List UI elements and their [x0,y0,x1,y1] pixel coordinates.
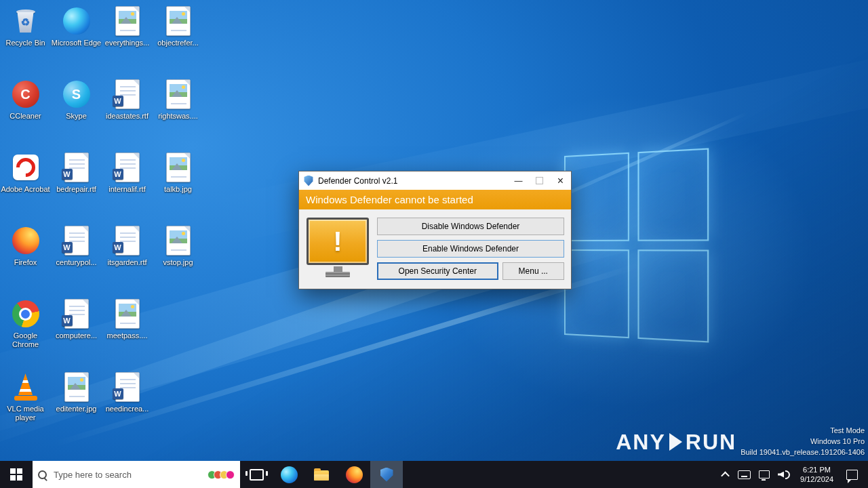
open-security-center-button[interactable]: Open Security Center [377,262,498,280]
desktop-icon-file-rightswas[interactable]: rightswas.... [153,79,203,121]
file-rightswas-icon [163,79,193,110]
taskbar-file-explorer[interactable] [305,461,338,488]
file-centurypol-icon: W [62,225,92,256]
touch-keyboard-icon [738,470,751,479]
desktop-icon-file-ideastates[interactable]: Wideastates.rtf [102,79,153,121]
windows-edition-label: Windows 10 Pro [810,436,865,447]
minimize-button[interactable]: — [508,171,529,190]
desktop-icon-file-internalif[interactable]: Winternalif.rtf [102,152,153,194]
adobe-acrobat-icon [11,152,41,183]
taskbar-firefox[interactable] [338,461,370,488]
warning-banner: Windows Defender cannot be started [299,190,571,209]
taskbar-microsoft-edge[interactable] [273,461,305,488]
desktop-icon-file-editenter[interactable]: editenter.jpg [51,371,102,413]
taskbar-search[interactable] [33,461,240,488]
play-icon [669,433,682,451]
desktop-icon-label: itsgarden.rtf [107,258,146,267]
desktop-icon-recycle-bin[interactable]: ♻Recycle Bin [0,5,51,47]
desktop-icon-label: talkb.jpg [164,185,192,194]
menu-button[interactable]: Menu ... [502,262,564,280]
interest-dot [226,470,235,479]
desktop-icon-label: VLC media player [1,405,51,422]
desktop-icon-adobe-acrobat[interactable]: Adobe Acrobat [0,152,51,194]
desktop-icon-file-bedrepair[interactable]: Wbedrepair.rtf [51,152,102,194]
desktop-icon-label: objectrefer... [157,39,199,47]
desktop-icon-file-vstop[interactable]: vstop.jpg [153,225,203,267]
maximize-icon [536,177,543,184]
desktop-icon-file-everythings[interactable]: everythings... [102,5,153,47]
notification-icon [846,470,858,480]
dialog-body: ! Disable Windows Defender Enable Window… [299,209,571,289]
defender-control-window: Defender Control v2.1 — × Windows Defend… [298,171,572,289]
system-info-lines: Test Mode Windows 10 Pro Build 19041.vb_… [741,426,865,458]
build-label: Build 19041.vb_release.191206-1406 [741,447,865,458]
file-objectrefer-icon [163,5,193,37]
warning-monitor-icon: ! [307,218,369,280]
desktop-icon-label: ideastates.rtf [106,112,149,121]
dialog-buttons: Disable Windows Defender Enable Windows … [377,218,564,280]
system-tray: 6:21 PM 9/12/2024 [716,461,868,488]
defender-control-app-icon [304,176,313,186]
microsoft-edge-icon [62,5,92,37]
google-chrome-icon [11,298,41,329]
news-and-interests-icon[interactable] [210,470,235,479]
tray-chevron-up[interactable] [716,461,734,488]
desktop-icon-file-objectrefer[interactable]: objectrefer... [153,5,203,47]
desktop-icon-file-needincrea[interactable]: Wneedincrea... [102,371,153,413]
desktop-icon-file-centurypol[interactable]: Wcenturypol... [51,225,102,267]
desktop-icon-label: Firefox [14,258,37,267]
desktop-icon-ccleaner[interactable]: CCCleaner [0,79,51,121]
search-input[interactable] [52,469,205,481]
desktop-icon-google-chrome[interactable]: Google Chrome [0,298,51,349]
recycle-bin-icon: ♻ [11,5,41,37]
maximize-button[interactable] [529,171,550,190]
enable-defender-button[interactable]: Enable Windows Defender [377,240,564,258]
desktop-icon-file-itsgarden[interactable]: Witsgarden.rtf [102,225,153,267]
anyrun-logo: ANY RUN [616,430,736,455]
defender-control-icon [380,468,393,482]
file-meetpass-icon [113,298,142,329]
file-computere-icon: W [62,298,92,329]
taskbar-defender-control[interactable] [370,461,403,488]
action-center-button[interactable] [840,469,864,481]
desktop-icon-label: bedrepair.rtf [56,185,96,194]
vlc-media-player-icon [11,371,41,403]
file-ideastates-icon: W [113,79,142,110]
clock-date: 9/12/2024 [800,474,833,484]
taskbar-apps [240,461,403,488]
file-needincrea-icon: W [113,371,142,403]
tray-touch-keyboard[interactable] [734,461,755,488]
desktop-icon-label: Skype [66,112,87,121]
desktop-icon-file-meetpass[interactable]: meetpass.... [102,298,153,340]
taskbar-task-view[interactable] [240,461,273,488]
disable-defender-button[interactable]: Disable Windows Defender [377,218,564,235]
desktop-icon-skype[interactable]: SSkype [51,79,102,121]
desktop-icon-label: editenter.jpg [56,405,97,413]
desktop-icon-label: Adobe Acrobat [1,185,50,194]
desktop-icon-label: rightswas.... [158,112,198,121]
tray-volume[interactable] [774,461,794,488]
volume-icon [778,470,790,479]
anyrun-logo-left: ANY [616,430,666,455]
desktop-icon-label: Microsoft Edge [52,39,101,47]
desktop-icon-file-computere[interactable]: Wcomputere... [51,298,102,340]
desktop-icon-microsoft-edge[interactable]: Microsoft Edge [51,5,102,47]
firefox-icon [346,466,363,483]
exclamation-icon: ! [333,228,342,255]
desktop-icon-file-talkb[interactable]: talkb.jpg [153,152,203,194]
tray-icons [716,461,794,488]
start-button[interactable] [0,461,33,488]
windows-start-icon [10,468,22,481]
tray-network[interactable] [755,461,774,488]
dialog-titlebar[interactable]: Defender Control v2.1 — × [299,171,571,190]
desktop-icon-label: everythings... [105,39,149,47]
taskbar-clock[interactable]: 6:21 PM 9/12/2024 [794,465,840,485]
desktop-icon-vlc-media-player[interactable]: VLC media player [0,371,51,422]
monitor-stand-base [326,272,350,277]
desktop-icon-label: needincrea... [106,405,149,413]
dialog-button-row: Open Security Center Menu ... [377,262,564,280]
desktop-icon-firefox[interactable]: Firefox [0,225,51,267]
close-button[interactable]: × [550,171,571,190]
window-controls: — × [508,171,571,190]
taskbar: 6:21 PM 9/12/2024 [0,461,868,488]
